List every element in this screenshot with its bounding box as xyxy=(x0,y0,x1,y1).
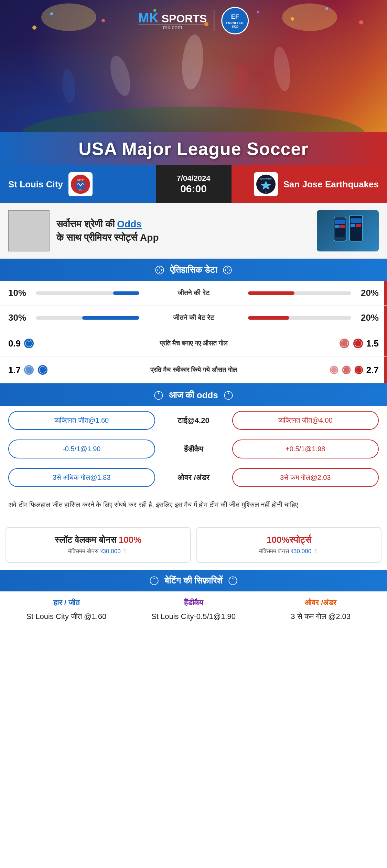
win-rate-label: जीतने की रेट xyxy=(142,289,245,297)
recs-row: हार / जीत St Louis City जीत @1.60 हैंडीक… xyxy=(0,591,387,629)
win-rate-fill-left xyxy=(113,291,139,295)
avg-goals-conceded-left-val: 1.7 xyxy=(8,365,21,375)
svg-point-3 xyxy=(50,12,53,15)
home-win-btn[interactable]: व्यक्तिगत जीत@1.60 xyxy=(8,411,155,430)
svg-point-10 xyxy=(359,20,363,24)
ball-icon-c-left1 xyxy=(23,364,34,375)
bonus-section[interactable]: स्लॉट वेलकम बोनस 100% मैक्सिमम बोनस ₹30,… xyxy=(0,520,387,570)
avg-goals-scored-right: 1.5 xyxy=(327,338,379,349)
ball-icon-right1 xyxy=(339,338,350,349)
win-rate-left: 10% xyxy=(8,288,36,298)
avg-goals-left-val: 0.9 xyxy=(8,338,21,349)
match-date: 7/04/2024 xyxy=(177,174,211,183)
rec-overunder-value: 3 से कम गोल @2.03 xyxy=(260,611,381,622)
win-bet-rate-bar-left xyxy=(36,316,139,320)
mk-sports-logo: MK SPORTS xyxy=(138,11,207,25)
sports-bonus-amount: ₹30,000 xyxy=(291,548,311,555)
hero-title-bar: USA Major League Soccer xyxy=(0,132,387,165)
svg-point-15 xyxy=(271,46,293,92)
rec-handicap: हैंडीकैप St Louis City-0.5/1@1.90 xyxy=(133,598,255,622)
rec-win-loss: हार / जीत St Louis City जीत @1.60 xyxy=(6,598,127,622)
svg-marker-36 xyxy=(159,271,161,273)
win-bet-rate-label: जीतने की बेट रेट xyxy=(142,314,245,322)
win-rate-right: 20% xyxy=(351,288,379,298)
win-rate-bar-left xyxy=(36,291,139,295)
handicap-center-label: हैंडीकैप xyxy=(159,445,228,454)
win-rate-fill-right xyxy=(248,291,294,295)
away-win-btn[interactable]: व्यक्तिगत जीत@4.00 xyxy=(232,411,379,430)
win-bet-rate-fill-right xyxy=(248,316,289,320)
win-odds-row: व्यक्तिगत जीत@1.60 टाई@4.20 व्यक्तिगत जी… xyxy=(0,406,387,435)
soccer-ball-icon-left xyxy=(155,265,164,275)
svg-point-11 xyxy=(107,54,134,98)
odds-ball-right xyxy=(224,391,233,400)
svg-rect-32 xyxy=(351,224,355,227)
betting-recs-title: बेटिंग की सिफ़ारिशें xyxy=(164,575,223,586)
avg-goals-scored-label: प्रति मैच बनाए गए औसत गोल xyxy=(60,340,327,347)
svg-point-7 xyxy=(257,11,259,13)
svg-rect-33 xyxy=(356,224,361,227)
handicap-home-btn[interactable]: -0.5/1@1.90 xyxy=(8,440,155,458)
win-bet-rate-row: 30% जीतने की बेट रेट 20% xyxy=(0,306,387,330)
avg-goals-conceded-left: 1.7 xyxy=(8,364,60,375)
ball-icon-c-right3 xyxy=(354,365,364,375)
svg-marker-43 xyxy=(229,269,231,271)
ball-icon-left xyxy=(23,338,34,349)
slot-bonus-amount: ₹30,000 xyxy=(100,548,121,555)
svg-marker-42 xyxy=(224,269,226,271)
sports-bonus-card[interactable]: 100%स्पोर्ट्स मैक्सिमम बोनस ₹30,000 ！ xyxy=(196,527,382,563)
home-team-name: St Louis City xyxy=(8,179,63,190)
win-bet-rate-fill-left xyxy=(82,316,139,320)
sports-bonus-title: 100%स्पोर्ट्स xyxy=(203,535,376,545)
promo-phones xyxy=(317,210,379,251)
tie-odds-center[interactable]: टाई@4.20 xyxy=(159,416,228,425)
win-rate-row: 10% जीतने की रेट 20% xyxy=(0,281,387,306)
match-center: 7/04/2024 06:00 xyxy=(156,165,232,203)
svg-rect-29 xyxy=(335,225,340,228)
odds-ball-left xyxy=(154,391,163,400)
ball-icon-right2 xyxy=(353,338,364,349)
svg-marker-38 xyxy=(161,269,163,271)
odds-header: आज की odds xyxy=(0,384,387,406)
svg-point-8 xyxy=(291,17,294,21)
svg-marker-68 xyxy=(232,577,234,579)
win-rate-bar-right xyxy=(248,291,352,295)
slot-bonus-card[interactable]: स्लॉट वेलकम बोनस 100% मैक्सिमम बोनस ₹30,… xyxy=(6,527,191,563)
avg-goals-right-val: 1.5 xyxy=(366,338,379,349)
odds-title: आज की odds xyxy=(169,390,218,401)
promo-banner[interactable]: सर्वोत्तम श्रेणी की Odds के साथ प्रीमियर… xyxy=(0,203,387,259)
hero-banner: MK SPORTS mk.com EF EMPOLI F.C. 1920 USA… xyxy=(0,0,387,165)
red-side-accent-3 xyxy=(384,330,387,356)
empoli-badge: EF EMPOLI F.C. 1920 xyxy=(221,7,249,34)
svg-marker-37 xyxy=(157,269,158,271)
svg-marker-64 xyxy=(227,392,229,394)
svg-point-4 xyxy=(101,19,105,22)
betting-recommendations: बेटिंग की सिफ़ारिशें हार / जीत St Louis … xyxy=(0,570,387,639)
avg-goals-scored-left: 0.9 xyxy=(8,338,60,349)
svg-rect-31 xyxy=(351,218,362,223)
soccer-ball-icon-right xyxy=(223,265,232,275)
svg-text:SJ: SJ xyxy=(265,191,267,193)
over-away-btn[interactable]: 3से कम गोल@2.03 xyxy=(232,468,379,487)
win-bet-rate-left: 30% xyxy=(8,312,36,323)
svg-marker-40 xyxy=(227,267,228,268)
over-home-btn[interactable]: 3से अधिक गोल@1.83 xyxy=(8,468,155,487)
match-bar: St Louis City CITY SC 7/04/2024 06:00 QU… xyxy=(0,165,387,203)
rec-win-loss-type: हार / जीत xyxy=(6,598,127,607)
svg-rect-28 xyxy=(335,220,345,224)
away-team-section: QUAKES SJ San Jose Earthquakes xyxy=(232,165,387,203)
match-time: 06:00 xyxy=(180,183,207,195)
promo-text: सर्वोत्तम श्रेणी की Odds के साथ प्रीमियर… xyxy=(56,217,310,244)
svg-point-2 xyxy=(32,25,36,30)
svg-rect-30 xyxy=(340,225,345,228)
svg-marker-41 xyxy=(227,271,228,273)
avg-goals-conceded-row: 1.7 प्रति मैच स्वीकार किये गये औसत गोल xyxy=(0,357,387,383)
red-side-accent-2 xyxy=(384,306,387,330)
rec-overunder: ओवर /अंडर 3 से कम गोल @2.03 xyxy=(260,598,381,622)
svg-point-14 xyxy=(61,69,77,104)
red-side-accent xyxy=(384,281,387,305)
home-team-section: St Louis City CITY SC xyxy=(0,165,156,203)
handicap-away-btn[interactable]: +0.5/1@1.98 xyxy=(232,440,379,458)
promo-highlight: Odds xyxy=(117,219,142,229)
promo-image-placeholder xyxy=(8,210,50,251)
